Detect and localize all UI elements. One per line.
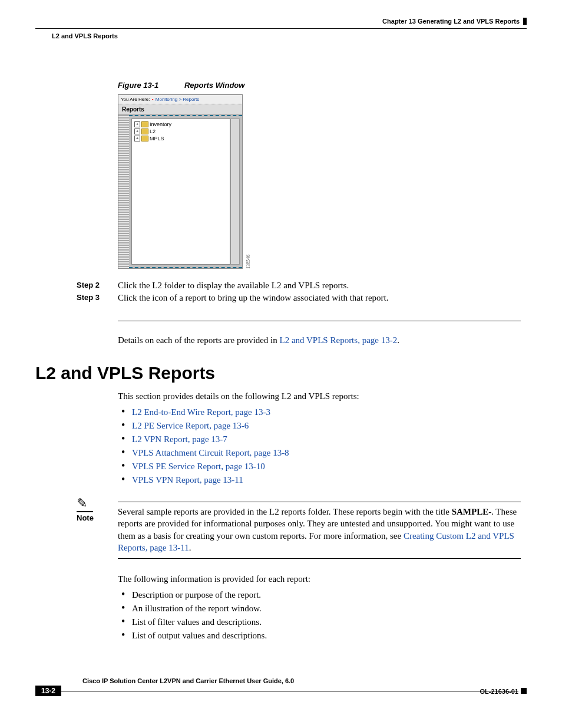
tree-item-mpls[interactable]: + MPLS [134,136,227,141]
figure-code: 138546 [246,255,251,269]
content-area: Figure 13-1 Reports Window You Are Here:… [118,81,521,641]
note-pre: Several sample reports are provided in t… [118,507,452,516]
details-link[interactable]: L2 and VPLS Reports, page 13-2 [279,335,397,345]
list-item: Description or purpose of the report. [132,590,521,600]
list-item: An illustration of the report window. [132,604,521,614]
page-header: Chapter 13 Generating L2 and VPLS Report… [35,18,527,27]
tree: + Inventory + L2 + [131,118,230,265]
footer-book-title: Cisco IP Solution Center L2VPN and Carri… [82,677,294,684]
page-heading: L2 and VPLS Reports [35,363,521,383]
header-rule [35,28,527,29]
side-stripes [118,115,129,268]
tree-item-l2[interactable]: + L2 [134,129,227,134]
section-divider [118,321,521,321]
step-2-row: Step 2 Click the L2 folder to display th… [77,281,521,291]
step-2-text: Click the L2 folder to display the avail… [118,281,521,291]
scrollbar[interactable] [230,118,240,265]
note-block: ✎ Note Several sample reports are provid… [77,497,521,562]
figure-number: Figure 13-1 [118,81,158,90]
folder-icon [141,136,148,141]
step-3-row: Step 3 Click the icon of a report to bri… [77,293,521,303]
report-link-vpls-vpn[interactable]: VPLS VPN Report, page 13-11 [132,475,243,485]
footer-square-icon [521,688,527,694]
expand-icon[interactable]: + [134,121,140,127]
step-3-text: Click the icon of a report to bring up t… [118,293,521,303]
footer-doc-id: OL-21636-01 [480,688,518,695]
report-link-l2-end-to-end[interactable]: L2 End-to-End Wire Report, page 13-3 [132,407,270,417]
tree-label: MPLS [150,136,164,141]
report-link-vpls-attachment[interactable]: VPLS Attachment Circuit Report, page 13-… [132,448,289,457]
breadcrumb-prefix: You Are Here: [121,97,150,102]
note-top-rule [118,502,521,502]
expand-icon[interactable]: + [134,129,140,134]
panel-title: Reports [118,104,242,115]
panel-body: + Inventory + L2 + [118,115,242,268]
footer-page-number: 13-2 [35,686,61,696]
note-body: Several sample reports are provided in t… [118,506,521,554]
list-item: VPLS Attachment Circuit Report, page 13-… [132,448,521,458]
reports-window: You Are Here: • Monitoring > Reports Rep… [118,94,243,269]
section-label: L2 and VPLS Reports [52,32,527,39]
note-underline [77,511,93,512]
figure-wrap: You Are Here: • Monitoring > Reports Rep… [118,94,243,269]
figure-title: Reports Window [184,81,244,90]
details-suffix: . [397,335,399,345]
breadcrumb-reports[interactable]: Reports [183,97,199,102]
tree-item-inventory[interactable]: + Inventory [134,121,227,127]
list-item: List of filter values and descriptions. [132,617,521,627]
note-text-column: Several sample reports are provided in t… [118,497,521,562]
list-item: L2 PE Service Report, page 13-6 [132,421,521,431]
breadcrumb-sep: > [178,97,181,102]
details-prefix: Details on each of the reports are provi… [118,335,279,345]
breadcrumb: You Are Here: • Monitoring > Reports [118,95,242,104]
note-icon-column: ✎ Note [77,497,118,562]
tree-label: Inventory [150,121,171,127]
note-bottom-rule [118,558,521,559]
folder-icon [141,129,148,134]
figure-caption: Figure 13-1 Reports Window [118,81,521,90]
report-link-vpls-pe-service[interactable]: VPLS PE Service Report, page 13-10 [132,462,265,471]
report-link-l2-pe-service[interactable]: L2 PE Service Report, page 13-6 [132,421,249,430]
list-item: List of output values and descriptions. [132,631,521,641]
note-bold: SAMPLE- [452,507,492,516]
info-list: Description or purpose of the report. An… [118,590,521,641]
report-list: L2 End-to-End Wire Report, page 13-3 L2 … [118,407,521,485]
note-label: Note [77,513,118,522]
breadcrumb-dot-icon: • [152,97,154,102]
footer-book-row: Cisco IP Solution Center L2VPN and Carri… [82,676,527,686]
tree-label: L2 [150,129,156,134]
step-2-label: Step 2 [77,281,118,291]
list-item: L2 VPN Report, page 13-7 [132,434,521,444]
step-3-label: Step 3 [77,293,118,303]
expand-icon[interactable]: + [134,136,140,141]
footer-line [61,691,518,691]
list-item: VPLS PE Service Report, page 13-10 [132,462,521,472]
chapter-title: Chapter 13 Generating L2 and VPLS Report… [382,18,527,25]
info-paragraph: The following information is provided fo… [118,574,521,584]
intro-paragraph: This section provides details on the fol… [118,391,521,401]
tree-area: + Inventory + L2 + [129,115,242,268]
list-item: VPLS VPN Report, page 13-11 [132,475,521,485]
folder-icon [141,121,148,127]
note-post: . [189,543,191,552]
pencil-icon: ✎ [77,497,118,510]
page: Chapter 13 Generating L2 and VPLS Report… [0,0,562,714]
report-link-l2-vpn[interactable]: L2 VPN Report, page 13-7 [132,434,227,444]
details-paragraph: Details on each of the reports are provi… [118,335,521,345]
page-footer: Cisco IP Solution Center L2VPN and Carri… [35,676,527,696]
footer-rule-row: 13-2 [35,686,527,696]
breadcrumb-monitoring[interactable]: Monitoring [156,97,177,102]
list-item: L2 End-to-End Wire Report, page 13-3 [132,407,521,417]
